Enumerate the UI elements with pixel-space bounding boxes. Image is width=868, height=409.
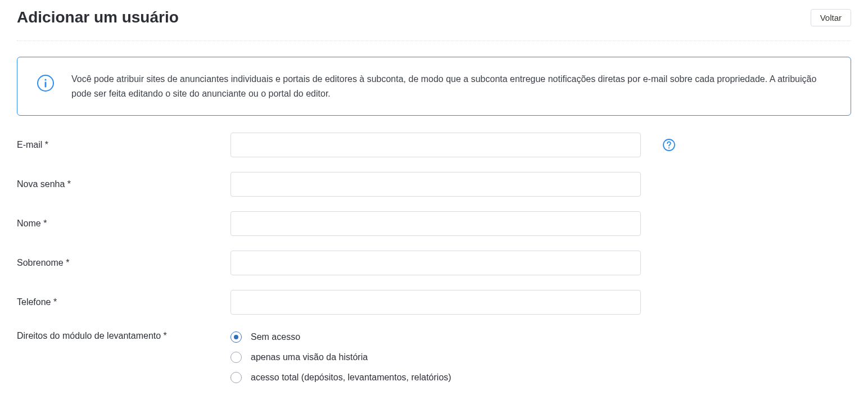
label-password: Nova senha * <box>17 178 230 191</box>
control-email <box>230 133 641 157</box>
back-button[interactable]: Voltar <box>811 9 851 26</box>
help-icon[interactable] <box>662 138 676 152</box>
svg-point-4 <box>668 147 670 148</box>
form-row-lastname: Sobrenome * <box>17 251 851 275</box>
email-field[interactable] <box>230 133 641 157</box>
radio-label: acesso total (depósitos, levantamentos, … <box>251 371 451 384</box>
password-field[interactable] <box>230 172 641 197</box>
lastname-field[interactable] <box>230 251 641 275</box>
label-rights: Direitos do módulo de levantamento * <box>17 329 230 343</box>
form-row-email: E-mail * <box>17 133 851 157</box>
form: E-mail * Nova senha * Nome <box>17 133 851 384</box>
form-row-rights: Direitos do módulo de levantamento * Sem… <box>17 329 851 384</box>
phone-field[interactable] <box>230 290 641 315</box>
radio-label: Sem acesso <box>251 330 300 344</box>
radio-group-rights: Sem acesso apenas uma visão da história … <box>230 329 451 384</box>
form-row-password: Nova senha * <box>17 172 851 197</box>
info-text: Você pode atribuir sites de anunciantes … <box>71 72 831 101</box>
firstname-field[interactable] <box>230 211 641 236</box>
radio-circle-icon <box>230 352 242 363</box>
info-icon <box>37 74 55 96</box>
radio-circle-icon <box>230 372 242 383</box>
control-firstname <box>230 211 641 236</box>
radio-view-only[interactable]: apenas uma visão da história <box>230 351 451 364</box>
control-rights: Sem acesso apenas uma visão da história … <box>230 329 641 384</box>
label-firstname: Nome * <box>17 217 230 230</box>
info-box: Você pode atribuir sites de anunciantes … <box>17 57 851 116</box>
svg-point-1 <box>44 79 46 80</box>
control-phone <box>230 290 641 315</box>
svg-rect-2 <box>45 82 47 88</box>
help-col-email <box>652 138 686 152</box>
page-title: Adicionar um usuário <box>17 6 179 29</box>
header-row: Adicionar um usuário Voltar <box>17 6 851 41</box>
radio-no-access[interactable]: Sem acesso <box>230 330 451 344</box>
label-phone: Telefone * <box>17 296 230 309</box>
control-password <box>230 172 641 197</box>
radio-label: apenas uma visão da história <box>251 351 368 364</box>
radio-circle-icon <box>230 331 242 343</box>
label-lastname: Sobrenome * <box>17 256 230 270</box>
form-row-phone: Telefone * <box>17 290 851 315</box>
page-container: Adicionar um usuário Voltar Você pode at… <box>0 0 868 409</box>
radio-full-access[interactable]: acesso total (depósitos, levantamentos, … <box>230 371 451 384</box>
label-email: E-mail * <box>17 138 230 152</box>
control-lastname <box>230 251 641 275</box>
form-row-firstname: Nome * <box>17 211 851 236</box>
